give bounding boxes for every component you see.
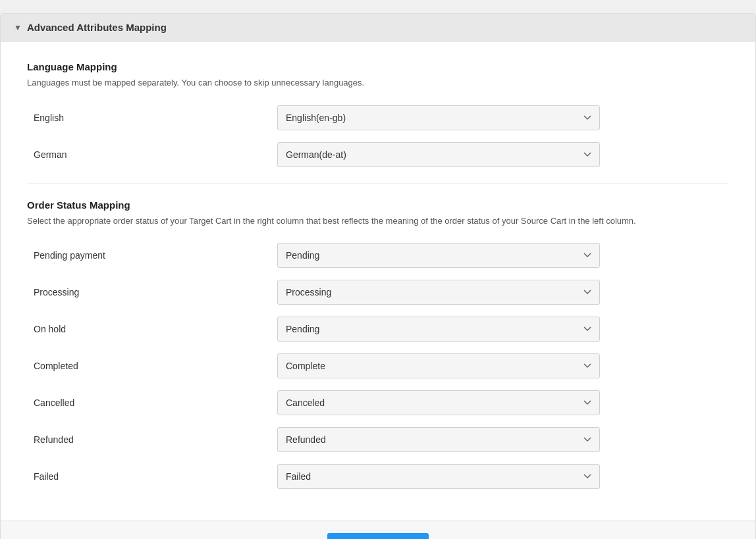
status-row-completed: Completed Pending Processing On hold Com… — [27, 353, 729, 378]
next-step-button[interactable]: NEXT STEP — [327, 533, 429, 539]
section-header: ▼ Advanced Attributes Mapping — [1, 14, 755, 41]
status-row-failed: Failed Pending Processing On hold Comple… — [27, 464, 729, 489]
language-row-english: English English(en-gb) English(en-us) Ge… — [27, 105, 729, 130]
status-select-processing[interactable]: Pending Processing On hold Complete Canc… — [277, 280, 600, 305]
status-label-completed: Completed — [27, 361, 277, 371]
divider — [27, 183, 729, 184]
page-wrapper: ▼ Advanced Attributes Mapping Language M… — [0, 13, 756, 539]
status-select-cancelled[interactable]: Pending Processing On hold Complete Canc… — [277, 390, 600, 415]
order-status-mapping-title: Order Status Mapping — [27, 199, 729, 211]
status-label-on-hold: On hold — [27, 324, 277, 334]
status-row-processing: Processing Pending Processing On hold Co… — [27, 280, 729, 305]
language-mapping-section: Language Mapping Languages must be mappe… — [27, 61, 729, 167]
order-status-mapping-desc: Select the appropriate order status of y… — [27, 215, 729, 228]
language-label-german: German — [27, 149, 277, 160]
status-label-cancelled: Cancelled — [27, 398, 277, 408]
status-select-completed[interactable]: Pending Processing On hold Complete Canc… — [277, 353, 600, 378]
status-label-processing: Processing — [27, 287, 277, 297]
order-status-mapping-section: Order Status Mapping Select the appropri… — [27, 199, 729, 490]
status-label-pending-payment: Pending payment — [27, 250, 277, 261]
language-select-english[interactable]: English(en-gb) English(en-us) German(de-… — [277, 105, 600, 130]
language-row-german: German English(en-gb) English(en-us) Ger… — [27, 142, 729, 167]
status-select-failed[interactable]: Pending Processing On hold Complete Canc… — [277, 464, 600, 489]
status-row-on-hold: On hold Pending Processing On hold Compl… — [27, 317, 729, 342]
status-row-cancelled: Cancelled Pending Processing On hold Com… — [27, 390, 729, 415]
status-row-pending-payment: Pending payment Pending Processing On ho… — [27, 243, 729, 268]
language-mapping-title: Language Mapping — [27, 61, 729, 72]
status-select-on-hold[interactable]: Pending Processing On hold Complete Canc… — [277, 317, 600, 342]
content-area: Language Mapping Languages must be mappe… — [1, 41, 755, 521]
footer-bar: NEXT STEP — [1, 521, 755, 539]
language-select-german[interactable]: English(en-gb) English(en-us) German(de-… — [277, 142, 600, 167]
status-label-refunded: Refunded — [27, 434, 277, 445]
status-select-refunded[interactable]: Pending Processing On hold Complete Canc… — [277, 427, 600, 452]
language-label-english: English — [27, 113, 277, 123]
section-title: Advanced Attributes Mapping — [27, 22, 167, 33]
status-row-refunded: Refunded Pending Processing On hold Comp… — [27, 427, 729, 452]
language-mapping-desc: Languages must be mapped separately. You… — [27, 76, 729, 90]
status-label-failed: Failed — [27, 471, 277, 482]
status-select-pending-payment[interactable]: Pending Processing On hold Complete Canc… — [277, 243, 600, 268]
collapse-icon[interactable]: ▼ — [14, 23, 22, 32]
